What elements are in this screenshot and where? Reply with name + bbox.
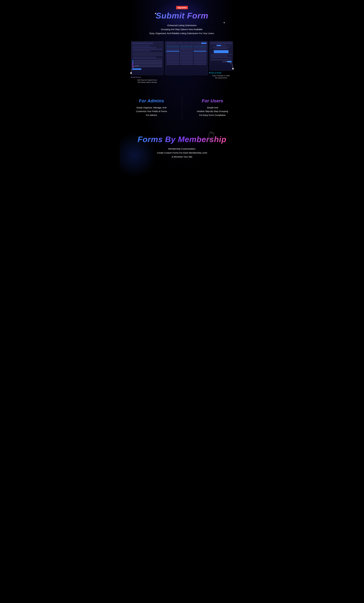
svg-marker-1 [232,68,234,70]
screenshot-right-panel: Easy & Simple Easy & Simple to create th… [209,41,233,79]
edit-panel-caption: Edit Panel for Submit Form: Edit details… [131,79,164,83]
arrow-right-icon [224,60,236,72]
submit-form-title: Submit Form [123,11,242,20]
arrow-left-icon [128,64,140,76]
center-screenshot-mockup [165,41,208,75]
svg-marker-0 [130,72,132,74]
page-wrapper: Upgraded ✦ ✦ Submit Form Enhanced Listin… [120,0,245,207]
screenshot-left-panel: Edit Pannel Edit Panel for Submit Form: … [131,41,164,83]
submit-form-section: Upgraded ✦ ✦ Submit Form Enhanced Listin… [120,0,245,90]
for-admins-col: For Admins Easily Organize, Manage, And … [123,95,180,120]
membership-description: Membership Customization: Create Custom … [123,147,242,159]
for-admins-title: For Admins [126,98,177,103]
screenshots-container: Edit Pannel Edit Panel for Submit Form: … [123,40,242,85]
membership-section: Forms By Membership Membership Customiza… [120,126,245,165]
pencil-icon [206,130,218,143]
admins-users-section: For Admins Easily Organize, Manage, And … [120,90,245,126]
edit-panel-label: Edit Pannel [131,76,164,78]
for-users-col: For Users Simple And Intuitive Step-By-S… [184,95,242,120]
for-users-title: For Users [187,98,239,103]
for-admins-description: Easily Organize, Manage, And Customize Y… [126,106,177,117]
upgraded-badge: Upgraded [176,6,188,9]
membership-title: Forms By Membership [123,135,242,144]
star-decoration-2: ✦ [223,21,225,24]
easy-simple-label: Easy & Simple [209,72,233,74]
easy-simple-caption: Easy & Simple to create the submit forms [209,75,233,79]
screenshot-center-panel [165,41,208,75]
for-users-description: Simple And Intuitive Step-By-Step Groupi… [187,106,239,117]
submit-form-description: Enhanced Listing Submission Grouping And… [123,23,242,35]
